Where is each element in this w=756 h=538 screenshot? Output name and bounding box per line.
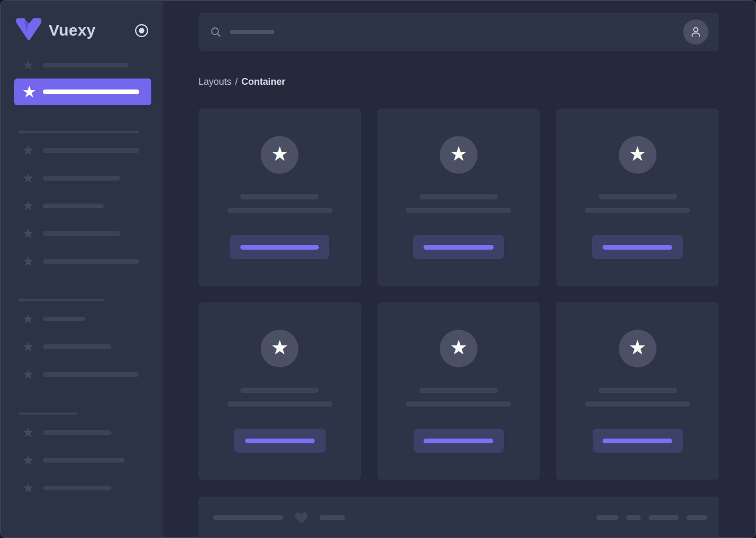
sidebar-section-heading-skeleton: ★ xyxy=(18,131,163,133)
skeleton-subtitle-line xyxy=(406,401,511,407)
sidebar: Vuexy ★ ★ ★ xyxy=(1,1,163,537)
star-icon: ★ xyxy=(22,200,35,211)
footer-right-group xyxy=(596,515,707,520)
skeleton-bar xyxy=(43,486,112,490)
star-icon: ★ xyxy=(22,482,35,494)
card-action-button[interactable] xyxy=(230,235,329,259)
skeleton-bar xyxy=(43,344,112,349)
skeleton-card: ★ xyxy=(198,302,361,480)
sidebar-item-active[interactable]: ★ xyxy=(14,79,151,105)
card-avatar-circle: ★ xyxy=(440,330,477,367)
sidebar-item-skeleton[interactable]: ★ xyxy=(22,313,163,324)
skeleton-title-line xyxy=(419,388,498,393)
star-icon: ★ xyxy=(22,454,35,466)
breadcrumb-separator: / xyxy=(235,76,238,87)
skeleton-title-line xyxy=(419,194,498,199)
sidebar-item-skeleton[interactable]: ★ xyxy=(22,144,163,156)
star-icon: ★ xyxy=(22,79,35,105)
brand: Vuexy xyxy=(16,19,149,42)
heart-icon[interactable] xyxy=(294,511,308,524)
star-icon: ★ xyxy=(22,313,35,324)
skeleton-bar xyxy=(43,63,128,68)
breadcrumb-parent-link[interactable]: Layouts xyxy=(198,76,231,87)
vuexy-logo-icon[interactable] xyxy=(16,18,41,42)
sidebar-item-skeleton[interactable]: ★ xyxy=(22,59,163,71)
sidebar-item-skeleton[interactable]: ★ xyxy=(22,427,163,438)
sidebar-item-skeleton[interactable]: ★ xyxy=(22,255,163,267)
sidebar-item-skeleton[interactable]: ★ xyxy=(22,228,163,239)
skeleton-card: ★ xyxy=(377,108,540,286)
footer-skeleton-bar xyxy=(626,515,641,520)
sidebar-menu: ★ ★ ★ ★ ★ ★ ★ xyxy=(1,59,163,494)
star-icon: ★ xyxy=(22,172,35,184)
skeleton-subtitle-line xyxy=(585,208,690,213)
star-icon: ★ xyxy=(22,144,35,156)
user-avatar-button[interactable] xyxy=(683,19,708,44)
star-icon: ★ xyxy=(450,144,468,164)
sidebar-item-skeleton[interactable]: ★ xyxy=(22,368,163,380)
skeleton-subtitle-line xyxy=(227,208,332,213)
skeleton-bar xyxy=(43,259,139,264)
app-window: Vuexy ★ ★ ★ xyxy=(0,0,756,538)
user-icon xyxy=(689,25,703,39)
skeleton-card: ★ xyxy=(198,108,361,286)
star-icon: ★ xyxy=(22,59,35,71)
footer-skeleton-bar xyxy=(686,515,707,520)
star-icon: ★ xyxy=(271,338,288,357)
footer-card xyxy=(198,497,719,537)
sidebar-item-skeleton[interactable]: ★ xyxy=(22,200,163,211)
star-icon: ★ xyxy=(450,338,468,357)
search-icon xyxy=(210,26,221,38)
sidebar-section-heading-skeleton: ★ xyxy=(18,299,163,301)
card-action-button[interactable] xyxy=(593,429,683,453)
menu-pin-toggle[interactable] xyxy=(135,24,149,38)
skeleton-bar xyxy=(18,412,77,415)
brand-title: Vuexy xyxy=(49,21,96,39)
footer-skeleton-bar xyxy=(596,515,618,520)
search-placeholder-skeleton xyxy=(230,30,274,34)
button-label-skeleton xyxy=(240,245,319,250)
star-icon: ★ xyxy=(22,427,35,438)
footer-skeleton-bar xyxy=(319,515,345,520)
button-label-skeleton xyxy=(424,245,494,250)
card-action-button[interactable] xyxy=(592,235,683,259)
button-label-skeleton xyxy=(245,439,315,443)
skeleton-title-line xyxy=(598,388,677,393)
skeleton-bar xyxy=(43,148,139,153)
search-bar[interactable] xyxy=(198,13,719,51)
button-label-skeleton xyxy=(603,245,672,250)
card-action-button[interactable] xyxy=(413,235,504,259)
skeleton-subtitle-line xyxy=(227,401,332,407)
radio-dot-icon xyxy=(135,24,149,38)
skeleton-subtitle-line xyxy=(585,401,690,407)
sidebar-item-skeleton[interactable]: ★ xyxy=(22,482,163,494)
skeleton-card: ★ xyxy=(556,108,719,286)
star-icon: ★ xyxy=(22,228,35,239)
card-avatar-circle: ★ xyxy=(619,330,657,367)
sidebar-item-skeleton[interactable]: ★ xyxy=(22,172,163,184)
star-icon: ★ xyxy=(629,144,647,164)
card-avatar-circle: ★ xyxy=(261,330,298,367)
footer-skeleton-bar xyxy=(213,515,283,520)
breadcrumb-current-page: Container xyxy=(241,76,285,87)
star-icon: ★ xyxy=(22,255,35,267)
card-avatar-circle: ★ xyxy=(619,136,657,174)
skeleton-bar xyxy=(43,176,120,181)
skeleton-title-line xyxy=(240,194,319,199)
sidebar-item-skeleton[interactable]: ★ xyxy=(22,341,163,352)
card-action-button[interactable] xyxy=(414,429,504,453)
star-icon: ★ xyxy=(22,368,35,380)
card-avatar-circle: ★ xyxy=(261,136,298,174)
sidebar-item-skeleton[interactable]: ★ xyxy=(22,454,163,466)
skeleton-title-line xyxy=(598,194,677,199)
footer-row xyxy=(213,511,707,524)
skeleton-bar xyxy=(43,89,139,94)
sidebar-section-heading-skeleton: ★ xyxy=(18,412,163,415)
skeleton-title-line xyxy=(240,388,319,393)
skeleton-card: ★ xyxy=(377,302,540,480)
skeleton-bar xyxy=(43,430,112,435)
card-action-button[interactable] xyxy=(234,429,326,453)
button-label-skeleton xyxy=(424,439,493,443)
skeleton-bar xyxy=(43,372,139,377)
skeleton-card: ★ xyxy=(556,302,719,480)
